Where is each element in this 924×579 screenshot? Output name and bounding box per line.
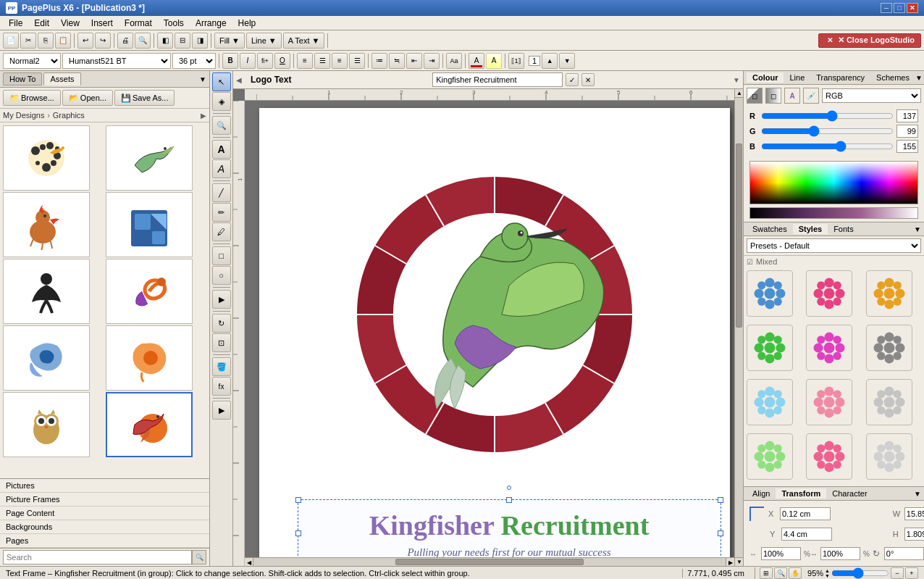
scroll-left-btn[interactable]: ◀ [245, 558, 253, 566]
asset-item-3[interactable] [3, 192, 90, 257]
search-input[interactable] [3, 550, 192, 565]
styles-tab-btn[interactable]: Styles [793, 224, 828, 234]
b-value-input[interactable] [896, 140, 918, 153]
style-item-4[interactable] [747, 325, 793, 371]
browse-button[interactable]: 📁 Browse... [3, 90, 61, 106]
handle-tr[interactable] [718, 497, 723, 503]
status-btn-3[interactable]: ✋ [789, 567, 802, 579]
menu-file[interactable]: File [3, 17, 28, 30]
fonts-tab[interactable]: Fonts [828, 224, 860, 234]
colour-tab-transparency[interactable]: Transparency [810, 72, 870, 83]
canvas-cancel-btn[interactable]: ✕ [581, 73, 595, 86]
print-button[interactable]: 🖨 [117, 33, 133, 49]
asset-item-8[interactable] [106, 325, 193, 391]
panel-expand[interactable]: ▶ [212, 401, 231, 420]
select-tool[interactable]: ↖ [212, 72, 231, 91]
pen-tool[interactable]: 🖊 [212, 222, 231, 241]
scrollbar-vertical[interactable]: ▲ ▼ [734, 89, 743, 566]
eyedropper-btn[interactable]: 💉 [803, 88, 819, 104]
character-tab-btn[interactable]: Character [826, 488, 873, 499]
text-color-button[interactable]: A [469, 53, 484, 69]
align-right-text[interactable]: ≡ [332, 53, 348, 69]
zoom-in-button[interactable]: 🔍 [135, 33, 151, 49]
scrollbar-h-thumb[interactable] [395, 559, 584, 565]
r-value-input[interactable] [896, 109, 918, 122]
expand-tool[interactable]: ▶ [212, 290, 231, 309]
status-btn-1[interactable]: ⊞ [760, 567, 773, 579]
copy-button[interactable]: ⎘ [38, 33, 54, 49]
colour-tab-colour[interactable]: Colour [747, 72, 784, 83]
search-button[interactable]: 🔍 [192, 550, 206, 565]
numbering-button[interactable]: ≒ [389, 53, 405, 69]
colour-spectrum-picker[interactable] [749, 161, 918, 204]
status-btn-2[interactable]: 🔍 [774, 567, 787, 579]
size-select[interactable]: 36 pt [172, 53, 216, 69]
text-a-btn[interactable]: A [784, 88, 800, 104]
expand-arrow-icon[interactable]: ▶ [201, 112, 206, 120]
asset-item-5[interactable] [3, 259, 90, 324]
close-logostudio-button[interactable]: ✕ ✕ Close LogoStudio [818, 33, 921, 48]
menu-tools[interactable]: Tools [158, 17, 190, 30]
align-right-btn[interactable]: ◨ [192, 33, 208, 49]
italic-button[interactable]: I [240, 53, 256, 69]
font-select[interactable]: Humanst521 BT [62, 53, 171, 69]
new-button[interactable]: 📄 [3, 33, 19, 49]
panel-options-icon[interactable]: ▼ [199, 75, 206, 83]
picture-frames-link[interactable]: Picture Frames [0, 493, 209, 507]
style-item-6[interactable] [866, 325, 912, 371]
handle-tl[interactable] [295, 497, 301, 503]
redo-button[interactable]: ↪ [95, 33, 111, 49]
scrollbar-horizontal[interactable]: ◀ ▶ [245, 557, 734, 566]
zoom-slider[interactable] [831, 569, 889, 578]
fill-tool[interactable]: 🪣 [212, 357, 231, 376]
assets-tab[interactable]: Assets [43, 72, 80, 86]
shape-tool[interactable]: □ [212, 246, 231, 265]
style-item-2[interactable] [806, 270, 852, 317]
r-slider[interactable] [761, 112, 894, 120]
scroll-right-btn[interactable]: ▶ [726, 558, 734, 566]
menu-edit[interactable]: Edit [28, 17, 55, 30]
style-item-7[interactable] [747, 379, 793, 425]
artistic-text-tool[interactable]: A [212, 159, 231, 178]
open-button[interactable]: 📂 Open... [62, 90, 113, 106]
text-selection-box[interactable]: Kingfisher Recruitment Pulling your need… [298, 499, 721, 566]
indent-less[interactable]: ⇤ [406, 53, 422, 69]
handle-ml[interactable] [295, 530, 301, 536]
graphics-link[interactable]: Graphics [53, 111, 85, 120]
canvas-scroll-area[interactable]: 1 2 3 4 5 6 7 [233, 89, 743, 566]
highlight-button[interactable]: A [486, 53, 502, 69]
char-button[interactable]: Aa [446, 53, 462, 69]
fx-tool[interactable]: fx [212, 377, 231, 396]
swatches-tab[interactable]: Swatches [747, 224, 793, 234]
style-item-3[interactable] [866, 270, 912, 317]
paste-button[interactable]: 📋 [55, 33, 71, 49]
h-input[interactable] [904, 528, 924, 541]
colour-panel-options[interactable]: ▼ [915, 74, 923, 82]
gradient-fill-btn[interactable]: ◻ [765, 88, 781, 104]
line-tool[interactable]: ╱ [212, 183, 231, 202]
style-item-9[interactable] [866, 379, 912, 425]
zoom-down[interactable]: ▼ [825, 573, 830, 578]
rotate-handle[interactable] [507, 486, 511, 490]
canvas-text-input[interactable] [432, 72, 563, 87]
transform-tab-btn[interactable]: Transform [776, 488, 826, 499]
handle-mr[interactable] [718, 530, 723, 536]
asset-item-1[interactable] [3, 125, 90, 191]
handle-tm[interactable] [506, 497, 512, 503]
solid-fill-btn[interactable]: ◻ [747, 88, 763, 104]
bold-button[interactable]: B [222, 53, 238, 69]
scroll-down-btn[interactable]: ▼ [735, 557, 743, 566]
save-as-button[interactable]: 💾 Save As... [114, 90, 175, 106]
style-item-5[interactable] [806, 325, 852, 371]
colour-mode-select[interactable]: RGB [822, 88, 921, 103]
crop-tool[interactable]: ⊡ [212, 333, 231, 352]
pictures-link[interactable]: Pictures [0, 479, 209, 493]
colour-tab-schemes[interactable]: Schemes [870, 72, 915, 83]
pages-link[interactable]: Pages [0, 534, 209, 548]
g-slider[interactable] [761, 127, 894, 136]
maximize-button[interactable]: □ [894, 3, 905, 13]
rotate-tool[interactable]: ↻ [212, 314, 231, 333]
align-left-text[interactable]: ≡ [297, 53, 313, 69]
menu-format[interactable]: Format [119, 17, 158, 30]
page-num-button[interactable]: ⟦1⟧ [508, 53, 524, 69]
